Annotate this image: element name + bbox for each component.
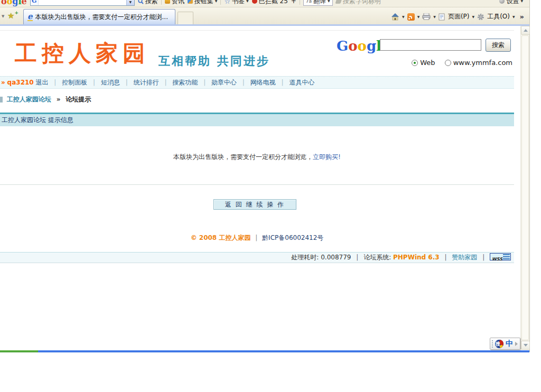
buy-now-link[interactable]: 立即购买! <box>313 153 341 161</box>
toolbar-popup-blocker-button[interactable]: 已拦截 25 <box>252 0 288 6</box>
copyright-text[interactable]: © 2008 工控人家园 <box>191 234 251 241</box>
nav-props-center[interactable]: 道具中心 <box>289 79 314 86</box>
favorites-chevron-icon[interactable]: ▼ <box>2 14 4 18</box>
info-bar: 处理耗时: 0.008779 | 论坛系统: PHPWind 6.3 | 赞助家… <box>0 252 514 263</box>
home-icon[interactable] <box>391 13 399 21</box>
username-link[interactable]: qa3210 <box>7 79 34 86</box>
vertical-scrollbar[interactable] <box>520 26 529 350</box>
tab-bar: ▼ ★ + e 本版块为出售版块，需要支付一定积分才能浏... ▼ ▼ ▼ 页面… <box>0 7 529 24</box>
site-search-input[interactable] <box>380 39 481 51</box>
print-dropdown[interactable]: ▼ <box>433 14 436 20</box>
toolbar-settings-button[interactable]: 设置 ▼ <box>499 0 523 7</box>
phpwind-link[interactable]: PHPWind 6.3 <box>393 254 440 261</box>
toolbar-search-input[interactable]: G ▼ <box>30 0 135 6</box>
icp-license: 黔ICP备06002412号 <box>262 234 323 241</box>
breadcrumb-forum-link[interactable]: 工控人家园论坛 <box>7 96 51 103</box>
tab-title: 本版块为出售版块，需要支付一定积分才能浏... <box>35 13 168 22</box>
add-favorite-button[interactable]: ★ + <box>7 11 18 21</box>
nav-separator: | <box>282 79 284 86</box>
toolbar-buttonset-button[interactable]: 按钮集 ▼ <box>188 0 218 6</box>
plus-icon: + <box>14 10 18 15</box>
logout-link[interactable]: 退出 <box>36 79 49 86</box>
nav-search[interactable]: 搜索功能 <box>172 79 198 86</box>
site-footer: © 2008 工控人家园 | 黔ICP备06002412号 <box>0 234 514 242</box>
rss-icon[interactable] <box>407 13 415 21</box>
tools-menu-button[interactable]: 工具(O) <box>487 12 510 21</box>
search-history-dropdown[interactable]: ▼ <box>126 0 134 5</box>
google-toolbar-logo: oogle <box>1 0 27 6</box>
nav-separator: | <box>164 79 166 86</box>
favorite-star-icon: ★ <box>7 11 14 21</box>
radio-site[interactable] <box>445 60 451 66</box>
rss-dropdown[interactable]: ▼ <box>417 14 420 20</box>
active-tab[interactable]: e 本版块为出售版块，需要支付一定积分才能浏... <box>23 9 175 24</box>
bookmark-star-icon: ☆ <box>224 0 230 5</box>
sogou-ime-icon[interactable]: 搜 <box>495 340 503 348</box>
new-tab-button[interactable] <box>178 12 193 24</box>
process-time-label: 处理耗时: <box>291 254 319 261</box>
logo-letter: e <box>22 0 27 6</box>
ime-drag-handle[interactable] <box>492 340 493 348</box>
footer-separator: | <box>255 234 257 241</box>
toolbar-bookmarks-button[interactable]: ☆ 书签 ▼ <box>224 0 248 6</box>
ime-expand-icon[interactable] <box>515 342 518 346</box>
page-menu-dropdown[interactable]: ▼ <box>472 14 475 20</box>
toolbar-translate-button[interactable]: 7ä 翻译 ▼ <box>303 0 333 6</box>
nav-separator: | <box>54 79 56 86</box>
settings-icon <box>499 0 505 4</box>
radio-web[interactable] <box>412 60 418 66</box>
nav-statistics[interactable]: 统计排行 <box>134 79 159 86</box>
notice-title-bar: 工控人家园论坛 提示信息 <box>0 114 514 126</box>
ie-page-icon: e <box>27 13 33 21</box>
toolbar-news-button[interactable]: 资讯 <box>165 0 184 6</box>
nav-messages[interactable]: 短消息 <box>101 79 120 86</box>
google-g-icon[interactable]: G <box>31 0 39 5</box>
back-button[interactable]: 返 回 继 续 操 作 <box>213 199 296 210</box>
toolbar-search-button[interactable]: 搜索 <box>138 0 158 6</box>
page-icon <box>439 13 445 21</box>
tools-menu-dropdown[interactable]: ▼ <box>512 14 515 20</box>
buttonset-icon <box>188 0 193 4</box>
forum-system-label: 论坛系统: <box>363 254 391 261</box>
nav-control-panel[interactable]: 控制面板 <box>62 79 87 86</box>
radio-web-label[interactable]: Web <box>420 59 435 67</box>
breadcrumb-separator: » <box>57 96 61 103</box>
window-edge <box>529 0 530 352</box>
nav-medals[interactable]: 勋章中心 <box>211 79 237 86</box>
toolbar-separator <box>300 0 300 5</box>
scroll-up-button[interactable] <box>521 26 530 35</box>
scrollbar-thumb[interactable] <box>521 35 529 340</box>
info-separator: | <box>482 254 484 261</box>
nav-separator: | <box>93 79 95 86</box>
site-search-button[interactable]: 搜索 <box>486 39 511 52</box>
radio-site-label[interactable]: www.ymmfa.com <box>453 59 512 67</box>
toolbar-autofill-button[interactable]: + <box>291 0 296 5</box>
nav-separator: | <box>203 79 206 86</box>
toolbar-separator <box>161 0 162 5</box>
search-scope-row: Web www.ymmfa.com <box>0 59 512 67</box>
toolbar-overflow-button[interactable]: » <box>520 13 524 21</box>
content-divider <box>0 184 514 185</box>
nav-separator: | <box>242 79 245 86</box>
info-separator: | <box>356 254 358 261</box>
ime-mode-indicator[interactable]: 中 <box>506 339 513 349</box>
logo-letter: g <box>12 0 18 6</box>
nav-webtv[interactable]: 网络电视 <box>250 79 276 86</box>
ime-toolbar[interactable]: 搜 中 <box>490 338 520 350</box>
google-letter: G <box>337 38 348 54</box>
page-menu-button[interactable]: 页面(P) <box>448 12 470 21</box>
sponsor-link[interactable]: 赞助家园 <box>452 254 477 261</box>
scroll-down-button[interactable] <box>521 341 530 350</box>
magnifier-icon <box>138 0 144 4</box>
toolbar-highlight-button[interactable]: 搜索字词标明 <box>336 0 381 6</box>
google-toolbar: oogle G ▼ 搜索 资讯 按钮集 ▼ ☆ <box>0 0 529 7</box>
home-dropdown[interactable]: ▼ <box>402 14 405 20</box>
breadcrumb-current: 论坛提示 <box>66 96 91 103</box>
google-toolbar-items: oogle G ▼ 搜索 资讯 按钮集 ▼ ☆ <box>1 0 381 7</box>
google-letter: g <box>367 38 376 54</box>
user-nav-bar: » qa3210 退出 | 控制面板 | 短消息 | 统计排行 | 搜索功能 |… <box>0 76 514 89</box>
print-icon[interactable] <box>422 13 431 20</box>
wss-badge[interactable]: WSS <box>490 253 511 260</box>
translate-icon: 7ä <box>306 0 312 4</box>
google-letter: o <box>348 38 357 54</box>
